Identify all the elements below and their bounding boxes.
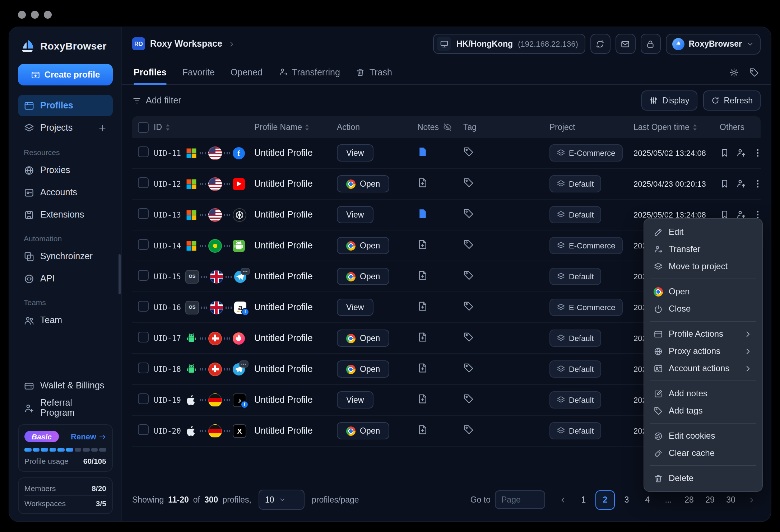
page-30[interactable]: 30: [722, 491, 740, 509]
proxy-selector[interactable]: HK/HongKong (192.168.22.136): [433, 34, 585, 54]
per-page-select[interactable]: 10: [259, 490, 305, 510]
menu-item-close[interactable]: Close: [649, 300, 758, 317]
user-transfer-icon[interactable]: [736, 179, 746, 189]
bookmark-icon[interactable]: [720, 148, 730, 158]
window-control-close[interactable]: [18, 11, 26, 19]
account-menu[interactable]: RoxyBrowser: [666, 33, 761, 54]
sidebar-scrollbar[interactable]: [119, 255, 121, 295]
gear-icon[interactable]: [729, 67, 739, 77]
tab-trash[interactable]: Trash: [356, 60, 392, 84]
goto-page-input[interactable]: [495, 490, 545, 509]
menu-item-edit[interactable]: Edit: [649, 223, 758, 241]
tag-icon[interactable]: [463, 270, 474, 281]
open-button[interactable]: Open: [337, 330, 389, 347]
note-add-icon[interactable]: [417, 177, 428, 188]
note-add-icon[interactable]: [417, 424, 428, 435]
page-3[interactable]: 3: [618, 491, 636, 509]
menu-item-account-actions[interactable]: Account actions: [649, 360, 758, 377]
menu-item-proxy-actions[interactable]: Proxy actions: [649, 342, 758, 360]
header-id[interactable]: ID: [154, 123, 185, 131]
bookmark-icon[interactable]: [720, 179, 730, 189]
renew-link[interactable]: Renew: [71, 432, 106, 441]
sidebar-item-team[interactable]: Team: [18, 309, 113, 331]
open-button[interactable]: Open: [337, 268, 389, 285]
note-add-icon[interactable]: [417, 270, 428, 281]
page-next[interactable]: [743, 491, 761, 509]
note-filled-icon[interactable]: [417, 146, 428, 157]
menu-item-add-tags[interactable]: Add tags: [649, 402, 758, 419]
sidebar-item-profiles[interactable]: Profiles: [18, 95, 113, 116]
select-all-checkbox[interactable]: [138, 122, 149, 132]
row-checkbox[interactable]: [138, 239, 149, 250]
sidebar-item-projects[interactable]: Projects: [18, 117, 113, 139]
page-prev[interactable]: [554, 491, 572, 509]
view-button[interactable]: View: [337, 206, 373, 223]
refresh-button[interactable]: Refresh: [703, 90, 761, 111]
view-button[interactable]: View: [337, 299, 373, 316]
sidebar-item-synchroinzer[interactable]: Synchroinzer: [18, 246, 113, 267]
open-button[interactable]: Open: [337, 175, 389, 192]
sidebar-item-api[interactable]: API: [18, 268, 113, 289]
sort-icon[interactable]: [692, 123, 697, 131]
note-add-icon[interactable]: [417, 332, 428, 342]
row-checkbox[interactable]: [138, 301, 149, 312]
add-project-icon[interactable]: [98, 123, 107, 132]
table-row[interactable]: UID-11fUntitled ProfileViewE-Commerce202…: [132, 138, 761, 169]
open-button[interactable]: Open: [337, 422, 389, 439]
tab-transferring[interactable]: Transferring: [278, 60, 340, 84]
window-control-minimize[interactable]: [31, 11, 39, 19]
view-button[interactable]: View: [337, 144, 373, 162]
sort-icon[interactable]: [305, 123, 310, 131]
row-checkbox[interactable]: [138, 146, 149, 157]
sync-button[interactable]: [590, 34, 610, 54]
row-checkbox[interactable]: [138, 332, 149, 342]
tab-favorite[interactable]: Favorite: [182, 60, 215, 84]
row-checkbox[interactable]: [138, 363, 149, 373]
header-profile-name[interactable]: Profile Name: [254, 123, 337, 131]
tag-icon[interactable]: [463, 393, 474, 404]
user-transfer-icon[interactable]: [736, 148, 746, 158]
tag-icon[interactable]: [463, 363, 474, 373]
sidebar-item-wallet-billings[interactable]: Wallet & Billings: [18, 375, 113, 396]
kebab-menu-icon[interactable]: [753, 179, 763, 189]
mail-button[interactable]: [616, 34, 636, 54]
page-28[interactable]: 28: [680, 491, 698, 509]
note-add-icon[interactable]: [417, 393, 428, 404]
tag-icon[interactable]: [463, 424, 474, 435]
page-4[interactable]: 4: [639, 491, 656, 509]
menu-item-move-to-project[interactable]: Move to project: [649, 258, 758, 275]
menu-item-transfer[interactable]: Transfer: [649, 241, 758, 258]
menu-item-delete[interactable]: Delete: [649, 470, 758, 487]
display-button[interactable]: Display: [641, 90, 697, 111]
page-29[interactable]: 29: [701, 491, 719, 509]
create-profile-button[interactable]: Create profile: [18, 64, 113, 85]
window-control-maximize[interactable]: [44, 11, 52, 19]
menu-item-edit-cookies[interactable]: Edit cookies: [649, 427, 758, 444]
tag-settings-icon[interactable]: [749, 67, 759, 77]
workspace-name[interactable]: Roxy Workspace: [150, 39, 222, 49]
row-checkbox[interactable]: [138, 270, 149, 281]
tag-icon[interactable]: [463, 177, 474, 188]
sidebar-item-accounts[interactable]: Accounts: [18, 182, 113, 203]
menu-item-open[interactable]: Open: [649, 283, 758, 300]
eye-off-icon[interactable]: [443, 123, 452, 131]
open-button[interactable]: Open: [337, 237, 389, 254]
note-add-icon[interactable]: [417, 301, 428, 312]
tab-profiles[interactable]: Profiles: [134, 60, 167, 84]
sort-icon[interactable]: [165, 123, 170, 131]
tag-icon[interactable]: [463, 208, 474, 219]
page-2[interactable]: 2: [595, 490, 615, 509]
header-last-open[interactable]: Last Open time: [633, 123, 720, 131]
row-checkbox[interactable]: [138, 424, 149, 435]
note-add-icon[interactable]: [417, 239, 428, 250]
tag-icon[interactable]: [463, 146, 474, 157]
page-1[interactable]: 1: [575, 491, 593, 509]
tag-icon[interactable]: [463, 301, 474, 312]
menu-item-clear-cache[interactable]: Clear cache: [649, 444, 758, 462]
tag-icon[interactable]: [463, 239, 474, 250]
open-button[interactable]: Open: [337, 360, 389, 378]
sidebar-item-extensions[interactable]: Extensions: [18, 204, 113, 225]
kebab-menu-icon[interactable]: [753, 148, 763, 158]
view-button[interactable]: View: [337, 391, 373, 409]
note-add-icon[interactable]: [417, 363, 428, 373]
